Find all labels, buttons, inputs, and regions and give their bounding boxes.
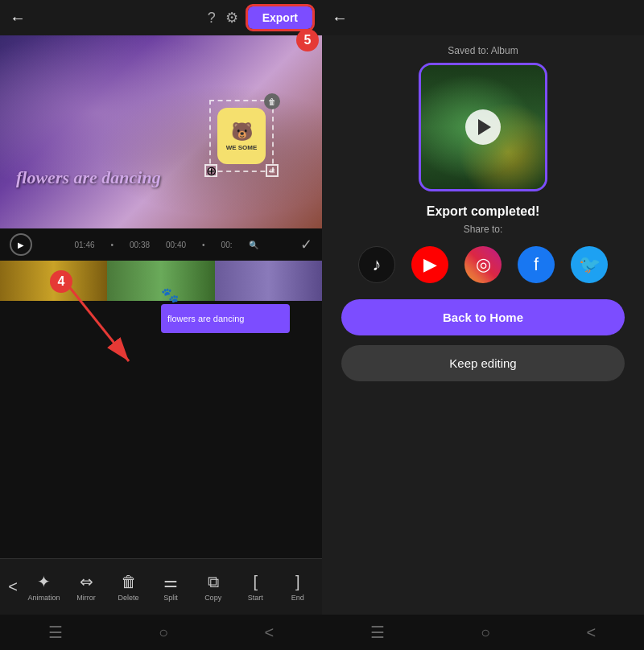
header-right: ? ⚙ Export (208, 6, 312, 29)
facebook-share-button[interactable]: f (518, 246, 555, 283)
play-button[interactable]: ▶ (10, 233, 32, 256)
play-triangle-icon (478, 119, 491, 135)
twitter-share-button[interactable]: 🐦 (571, 246, 608, 283)
text-track: 🐾 flowers are dancing (0, 304, 322, 333)
time-dot-1: • (111, 241, 114, 249)
end-label: End (291, 594, 304, 602)
sticker-corner-br[interactable]: ⊞ (266, 164, 279, 177)
nav-home-icon[interactable]: ○ (159, 623, 168, 642)
sticker-content: 🐻 WE SOME (217, 108, 266, 164)
toolbar-back-button[interactable]: < (8, 578, 18, 596)
instagram-share-button[interactable]: ◎ (464, 246, 502, 283)
youtube-share-button[interactable]: ▶ (411, 246, 448, 283)
mirror-icon: ⇔ (80, 572, 93, 591)
keep-editing-button[interactable]: Keep editing (341, 345, 625, 381)
help-icon[interactable]: ? (208, 10, 216, 27)
toolbar-start[interactable]: [ Start (239, 573, 271, 602)
back-to-home-button[interactable]: Back to Home (341, 299, 625, 335)
youtube-icon: ▶ (423, 254, 437, 275)
zoom-icon[interactable]: 🔍 (249, 241, 258, 249)
time-marker-1: 01:46 (74, 241, 94, 249)
right-nav-menu-icon[interactable]: ☰ (370, 623, 385, 642)
nav-menu-icon[interactable]: ☰ (48, 623, 63, 642)
animation-label: Animation (27, 594, 60, 602)
time-marker-2: 00:38 (130, 241, 150, 249)
sticker-delete-icon[interactable]: 🗑 (264, 93, 280, 109)
sticker-container[interactable]: 🗑 🐻 WE SOME ⊕ ⊞ (209, 100, 274, 172)
end-icon: ] (295, 573, 300, 591)
animation-icon: ✦ (37, 572, 51, 591)
nav-back-icon[interactable]: < (265, 623, 275, 642)
start-icon: [ (253, 573, 258, 591)
right-nav-back-icon[interactable]: < (587, 623, 597, 642)
start-label: Start (248, 594, 263, 602)
twitter-icon: 🐦 (579, 254, 601, 275)
left-header: ← ? ⚙ Export (0, 0, 322, 35)
mirror-label: Mirror (76, 594, 96, 602)
export-button[interactable]: Export (248, 6, 312, 29)
checkmark-button[interactable]: ✓ (300, 236, 312, 253)
toolbar-delete[interactable]: 🗑 Delete (113, 573, 145, 602)
time-marker-3: 00:40 (166, 241, 186, 249)
copy-icon: ⧉ (208, 573, 219, 591)
right-panel: ← Saved to: Album Export completed! Shar… (322, 0, 644, 650)
bottom-toolbar: < ✦ Animation ⇔ Mirror 🗑 Delete ⚌ Split … (0, 558, 322, 615)
toolbar-end[interactable]: ] End (282, 573, 314, 602)
timeline-section: 4 ▶ 01:46 • 00:38 00:40 • 00: 🔍 ✓ (0, 228, 322, 558)
left-panel: ← ? ⚙ Export 5 flowers are dancing 🗑 🐻 W… (0, 0, 322, 650)
instagram-icon: ◎ (476, 254, 491, 275)
facebook-icon: f (534, 254, 539, 275)
delete-label: Delete (118, 594, 139, 602)
time-dot-2: • (202, 241, 205, 249)
sticker-corner-tl[interactable]: ⊕ (204, 164, 217, 177)
text-track-label: flowers are dancing (167, 314, 244, 323)
timeline-controls: ▶ 01:46 • 00:38 00:40 • 00: 🔍 ✓ (0, 228, 322, 261)
tiktok-icon: ♪ (373, 254, 382, 275)
toolbar-mirror[interactable]: ⇔ Mirror (70, 572, 102, 602)
right-back-button[interactable]: ← (332, 9, 348, 27)
export-thumbnail[interactable] (419, 63, 547, 191)
left-nav-bar: ☰ ○ < (0, 615, 322, 650)
video-preview: flowers are dancing 🗑 🐻 WE SOME ⊕ ⊞ (0, 35, 322, 228)
right-header: ← (322, 0, 644, 35)
export-completed-text: Export completed! (322, 204, 644, 219)
text-track-bar[interactable]: flowers are dancing (161, 304, 290, 333)
sticker-track-icon: 🐾 (161, 286, 179, 304)
video-background: flowers are dancing 🗑 🐻 WE SOME ⊕ ⊞ (0, 35, 322, 228)
thumbnail-play-button[interactable] (465, 109, 501, 145)
left-back-button[interactable]: ← (10, 9, 26, 27)
time-marker-4: 00: (221, 241, 233, 249)
toolbar-animation[interactable]: ✦ Animation (27, 572, 60, 602)
sticker-face: 🐻 (231, 121, 253, 142)
settings-icon[interactable]: ⚙ (225, 9, 238, 27)
timeline-ruler: 01:46 • 00:38 00:40 • 00: 🔍 (64, 237, 267, 253)
step-4-badge: 4 (50, 270, 72, 293)
right-nav-bar: ☰ ○ < (322, 615, 644, 650)
right-nav-home-icon[interactable]: ○ (481, 623, 490, 642)
copy-label: Copy (204, 594, 221, 602)
split-label: Split (163, 594, 178, 602)
toolbar-split[interactable]: ⚌ Split (155, 572, 187, 602)
split-icon: ⚌ (163, 572, 178, 591)
flower-overlay (0, 35, 322, 228)
share-icons-row: ♪ ▶ ◎ f 🐦 (322, 246, 644, 283)
saved-to-label: Saved to: Album (322, 45, 644, 56)
segment-3 (215, 261, 322, 301)
toolbar-copy[interactable]: ⧉ Copy (197, 573, 229, 602)
share-to-label: Share to: (322, 224, 644, 235)
delete-icon: 🗑 (121, 573, 137, 591)
tiktok-share-button[interactable]: ♪ (358, 246, 395, 283)
sticker-text: WE SOME (226, 144, 258, 151)
flowers-text-overlay: flowers are dancing (16, 167, 161, 188)
step-5-badge: 5 (296, 29, 319, 51)
